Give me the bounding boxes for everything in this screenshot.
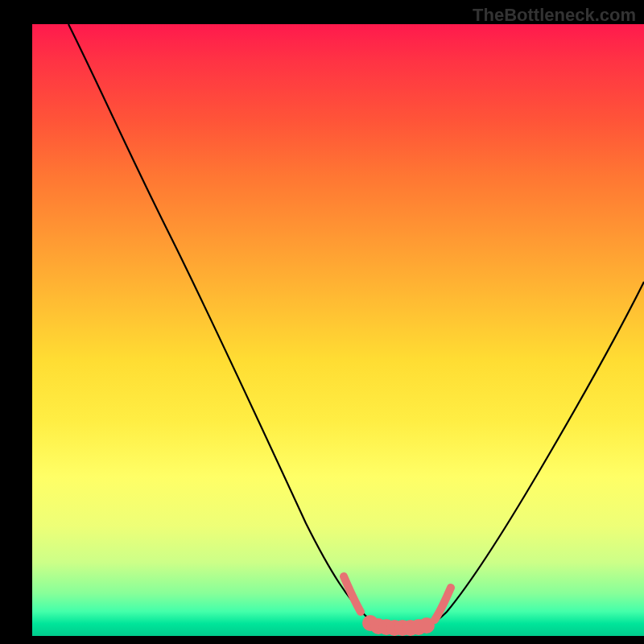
chart-plot-area: [32, 24, 644, 636]
svg-point-7: [423, 621, 431, 630]
watermark-text: TheBottleneck.com: [473, 5, 636, 26]
bottleneck-curve-line: [68, 24, 644, 628]
chart-svg: [32, 24, 644, 636]
optimal-zone-highlight: [344, 576, 451, 632]
